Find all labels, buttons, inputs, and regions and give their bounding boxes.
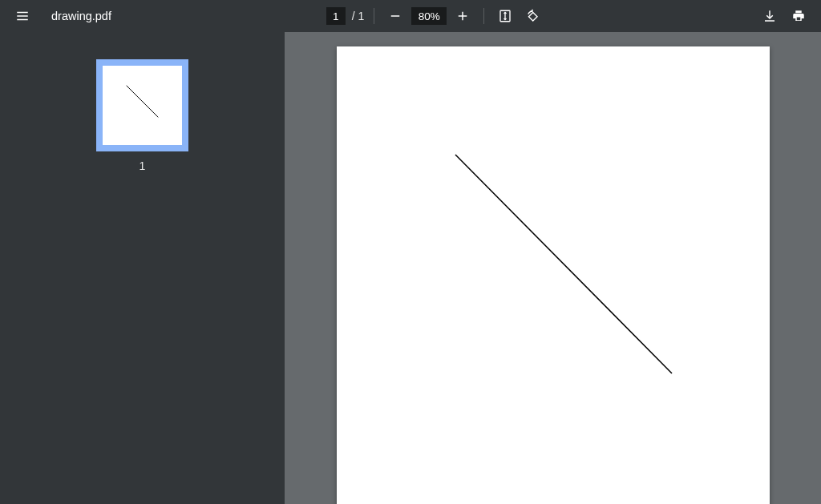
svg-line-11 xyxy=(127,86,159,118)
zoom-out-icon[interactable] xyxy=(384,5,406,27)
content-area: 1 xyxy=(0,32,821,504)
menu-icon[interactable] xyxy=(11,5,34,27)
divider xyxy=(483,8,484,24)
rotate-icon[interactable] xyxy=(521,5,544,27)
thumbnail-sidebar: 1 xyxy=(0,32,285,504)
page-number-input[interactable] xyxy=(326,7,346,25)
svg-line-12 xyxy=(455,155,672,373)
download-icon[interactable] xyxy=(758,5,781,27)
page-viewport[interactable] xyxy=(285,32,821,504)
zoom-in-icon[interactable] xyxy=(451,5,474,27)
toolbar: drawing.pdf / 1 xyxy=(0,0,821,32)
thumbnail-item[interactable]: 1 xyxy=(96,59,188,172)
divider xyxy=(374,8,374,24)
file-name: drawing.pdf xyxy=(51,10,111,22)
zoom-level-input[interactable] xyxy=(411,7,447,25)
pdf-page xyxy=(337,46,770,504)
toolbar-center: / 1 xyxy=(326,5,544,27)
page-total: / 1 xyxy=(352,10,365,22)
thumbnail-frame-selected xyxy=(96,59,188,151)
svg-rect-8 xyxy=(529,12,538,21)
thumbnail-page xyxy=(103,66,182,145)
fit-page-icon[interactable] xyxy=(494,5,516,27)
print-icon[interactable] xyxy=(787,5,810,27)
pdf-viewer-app: drawing.pdf / 1 xyxy=(0,0,821,504)
thumbnail-label: 1 xyxy=(140,159,146,172)
